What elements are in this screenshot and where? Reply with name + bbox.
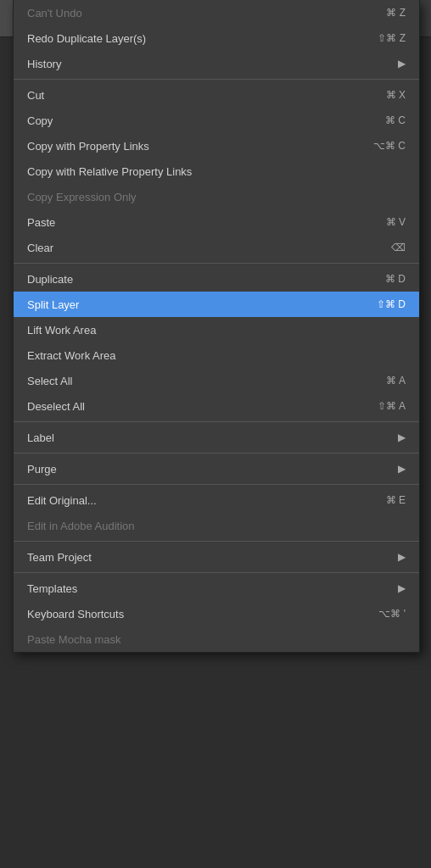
menu-item-cant-undo[interactable]: Can't Undo ⌘ Z [14,0,419,25]
menu-item-duplicate-label: Duplicate [27,273,73,286]
menu-item-paste-mocha-mask[interactable]: Paste Mocha mask [14,626,419,652]
menu-item-extract-work-area-label: Extract Work Area [27,349,116,362]
menu-item-clear-label: Clear [27,242,53,254]
menu-item-paste[interactable]: Paste ⌘ V [14,209,419,235]
edit-dropdown-menu: Can't Undo ⌘ Z Redo Duplicate Layer(s) ⇧… [13,0,420,653]
menu-item-copy[interactable]: Copy ⌘ C [14,108,419,133]
menu-item-paste-mocha-mask-label: Paste Mocha mask [27,633,121,646]
separator-4 [14,453,419,453]
menu-item-purge[interactable]: Purge ▶ [14,456,419,481]
menu-item-deselect-all-shortcut: ⇧⌘ A [378,400,406,412]
menu-item-keyboard-shortcuts-label: Keyboard Shortcuts [27,608,124,620]
menu-item-deselect-all-label: Deselect All [27,400,85,413]
separator-5 [14,484,419,485]
menu-item-redo-label: Redo Duplicate Layer(s) [27,32,146,45]
menu-item-duplicate[interactable]: Duplicate ⌘ D [14,266,419,292]
menu-item-label-label: Label [27,431,54,444]
menu-item-templates[interactable]: Templates ▶ [14,576,419,601]
menu-item-split-layer[interactable]: Split Layer ⇧⌘ D [14,292,419,317]
menu-item-team-project-label: Team Project [27,551,92,564]
menu-item-copy-relative-label: Copy with Relative Property Links [27,165,192,178]
menu-item-redo-shortcut: ⇧⌘ Z [378,32,406,44]
separator-6 [14,541,419,542]
separator-1 [14,79,419,80]
menu-item-history[interactable]: History ▶ [14,51,419,76]
menu-item-edit-adobe-audition-label: Edit in Adobe Audition [27,520,135,532]
menu-item-copy-expression-only[interactable]: Copy Expression Only [14,184,419,209]
menu-item-copy-label: Copy [27,114,53,127]
menu-item-lift-work-area-label: Lift Work Area [27,324,96,337]
separator-2 [14,263,419,264]
menu-item-label-arrow: ▶ [398,431,406,443]
menu-item-edit-adobe-audition[interactable]: Edit in Adobe Audition [14,513,419,538]
menu-item-select-all-shortcut: ⌘ A [386,375,406,387]
menu-item-split-layer-label: Split Layer [27,298,79,311]
menu-item-edit-original-shortcut: ⌘ E [386,494,406,506]
menu-item-label[interactable]: Label ▶ [14,425,419,450]
menu-item-paste-label: Paste [27,216,55,229]
menu-item-select-all-label: Select All [27,375,72,387]
menu-item-history-label: History [27,58,61,70]
menu-item-templates-arrow: ▶ [398,582,406,594]
menu-item-purge-label: Purge [27,463,57,476]
menu-item-deselect-all[interactable]: Deselect All ⇧⌘ A [14,393,419,419]
menu-item-history-arrow: ▶ [398,58,406,70]
menu-item-select-all[interactable]: Select All ⌘ A [14,368,419,393]
menu-item-keyboard-shortcuts-shortcut: ⌥⌘ ' [378,608,406,620]
separator-7 [14,572,419,573]
menu-item-cant-undo-label: Can't Undo [27,7,82,19]
menu-item-lift-work-area[interactable]: Lift Work Area [14,317,419,342]
menu-item-cant-undo-shortcut: ⌘ Z [386,7,406,19]
menu-item-copy-property-links-label: Copy with Property Links [27,140,149,153]
menu-item-split-layer-shortcut: ⇧⌘ D [377,298,406,310]
menu-item-keyboard-shortcuts[interactable]: Keyboard Shortcuts ⌥⌘ ' [14,601,419,626]
menu-item-cut[interactable]: Cut ⌘ X [14,82,419,108]
menu-item-team-project-arrow: ▶ [398,551,406,563]
menu-item-copy-property-links[interactable]: Copy with Property Links ⌥⌘ C [14,133,419,159]
menu-item-copy-expression-label: Copy Expression Only [27,191,137,203]
menu-item-team-project[interactable]: Team Project ▶ [14,544,419,570]
menu-item-clear-shortcut: ⌫ [391,242,406,253]
menu-item-cut-shortcut: ⌘ X [386,89,406,101]
menu-item-copy-relative-property-links[interactable]: Copy with Relative Property Links [14,159,419,184]
menu-item-purge-arrow: ▶ [398,463,406,475]
menu-item-templates-label: Templates [27,582,77,595]
menu-item-clear[interactable]: Clear ⌫ [14,235,419,260]
menu-item-copy-shortcut: ⌘ C [385,114,406,126]
menu-item-redo[interactable]: Redo Duplicate Layer(s) ⇧⌘ Z [14,25,419,51]
menu-item-extract-work-area[interactable]: Extract Work Area [14,342,419,368]
menu-item-paste-shortcut: ⌘ V [386,216,406,228]
menu-item-copy-property-links-shortcut: ⌥⌘ C [373,140,406,152]
menu-item-edit-original-label: Edit Original... [27,494,97,507]
menu-item-duplicate-shortcut: ⌘ D [385,273,406,285]
separator-3 [14,421,419,422]
menu-item-edit-original[interactable]: Edit Original... ⌘ E [14,487,419,513]
menu-item-cut-label: Cut [27,89,44,102]
